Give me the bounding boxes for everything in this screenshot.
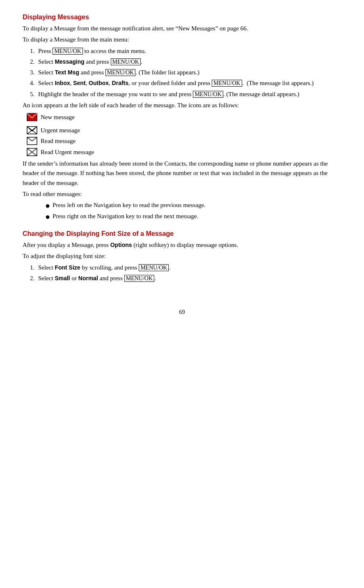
step-5-content: Highlight the header of the message you … bbox=[38, 90, 341, 99]
read-message-label: Read message bbox=[41, 136, 76, 146]
menuok-kbd-4: MENU/OK bbox=[212, 80, 242, 87]
step-1-number: 1. bbox=[23, 46, 38, 56]
menuok-kbd-5: MENU/OK bbox=[193, 91, 223, 98]
info-paragraph: If the sender’s information has already … bbox=[23, 159, 341, 188]
fontsize-step-1-number: 1. bbox=[23, 263, 38, 272]
new-message-row: New message bbox=[27, 113, 341, 122]
small-label: Small bbox=[55, 275, 70, 281]
fontsize-step-1-content: Select Font Size by scrolling, and press… bbox=[38, 263, 341, 272]
menuok-kbd-2: MENU/OK bbox=[111, 58, 141, 65]
section-displaying-messages: Displaying Messages To display a Message… bbox=[23, 12, 341, 221]
normal-label: Normal bbox=[78, 275, 98, 281]
inbox-label: Inbox bbox=[55, 80, 70, 86]
step-4: 4. Select Inbox, Sent, Outbox, Drafts, o… bbox=[23, 78, 341, 88]
fontsize-step-2-content: Select Small or Normal and press MENU/OK… bbox=[38, 274, 341, 283]
read-intro: To read other messages: bbox=[23, 189, 341, 199]
icons-intro: An icon appears at the left side of each… bbox=[23, 101, 341, 110]
page-footer: 69 bbox=[23, 308, 341, 316]
fontsize-label: Font Size bbox=[55, 264, 80, 271]
drafts-label: Drafts bbox=[112, 80, 128, 86]
menuok-kbd-f2: MENU/OK bbox=[124, 275, 154, 282]
bullet-dot-1: ● bbox=[45, 201, 53, 210]
fontsize-intro-1: After you display a Message, press Optio… bbox=[23, 240, 341, 250]
step-5: 5. Highlight the header of the message y… bbox=[23, 90, 341, 99]
bullet-2-text: Press right on the Navigation key to rea… bbox=[53, 212, 198, 221]
intro-paragraph-2: To display a Message from the main menu: bbox=[23, 35, 341, 44]
step-3: 3. Select Text Msg and press MENU/OK. (T… bbox=[23, 68, 341, 77]
new-message-label: New message bbox=[41, 113, 75, 122]
fontsize-step-2-number: 2. bbox=[23, 274, 38, 283]
section-heading-fontsize: Changing the Displaying Font Size of a M… bbox=[23, 229, 341, 239]
menuok-kbd-3: MENU/OK bbox=[105, 69, 135, 76]
fontsize-steps-list: 1. Select Font Size by scrolling, and pr… bbox=[23, 263, 341, 284]
bullet-2: ● Press right on the Navigation key to r… bbox=[45, 212, 341, 221]
textmsg-label: Text Msg bbox=[55, 69, 79, 76]
step-2: 2. Select Messaging and press MENU/OK. bbox=[23, 57, 341, 67]
urgent-message-row: Urgent message bbox=[27, 126, 341, 135]
section-changing-font-size: Changing the Displaying Font Size of a M… bbox=[23, 229, 341, 283]
page-number: 69 bbox=[179, 309, 185, 315]
steps-list: 1. Press MENU/OK to access the main menu… bbox=[23, 46, 341, 99]
step-4-content: Select Inbox, Sent, Outbox, Drafts, or y… bbox=[38, 78, 341, 88]
sent-label: Sent bbox=[73, 80, 85, 86]
bullet-1: ● Press left on the Navigation key to re… bbox=[45, 201, 341, 210]
new-message-icon bbox=[27, 113, 37, 121]
read-urgent-message-row: Read Urgent message bbox=[27, 148, 341, 157]
options-label: Options bbox=[110, 242, 132, 248]
read-urgent-message-icon bbox=[27, 148, 37, 156]
section-heading-displaying: Displaying Messages bbox=[23, 12, 341, 22]
menuok-kbd-1: MENU/OK bbox=[53, 48, 82, 55]
menuok-kbd-f1: MENU/OK bbox=[139, 264, 169, 271]
bullet-1-text: Press left on the Navigation key to read… bbox=[53, 201, 206, 210]
intro-paragraph-1: To display a Message from the message no… bbox=[23, 24, 341, 33]
step-1: 1. Press MENU/OK to access the main menu… bbox=[23, 46, 341, 56]
step-2-content: Select Messaging and press MENU/OK. bbox=[38, 57, 341, 67]
step-1-content: Press MENU/OK to access the main menu. bbox=[38, 46, 341, 56]
read-message-row: Read message bbox=[27, 136, 341, 146]
messaging-label: Messaging bbox=[55, 58, 84, 65]
step-3-number: 3. bbox=[23, 68, 38, 77]
urgent-message-icon bbox=[27, 126, 37, 134]
bullet-dot-2: ● bbox=[45, 212, 53, 221]
bullets-list: ● Press left on the Navigation key to re… bbox=[45, 201, 341, 221]
outbox-label: Outbox bbox=[89, 80, 109, 86]
step-5-number: 5. bbox=[23, 90, 38, 99]
fontsize-intro-2: To adjust the displaying font size: bbox=[23, 251, 341, 261]
urgent-message-label: Urgent message bbox=[41, 126, 80, 135]
read-urgent-message-label: Read Urgent message bbox=[41, 148, 94, 157]
read-message-icon bbox=[27, 137, 37, 145]
fontsize-step-2: 2. Select Small or Normal and press MENU… bbox=[23, 274, 341, 283]
step-4-number: 4. bbox=[23, 78, 38, 88]
fontsize-step-1: 1. Select Font Size by scrolling, and pr… bbox=[23, 263, 341, 272]
step-2-number: 2. bbox=[23, 57, 38, 67]
step-3-content: Select Text Msg and press MENU/OK. (The … bbox=[38, 68, 341, 77]
